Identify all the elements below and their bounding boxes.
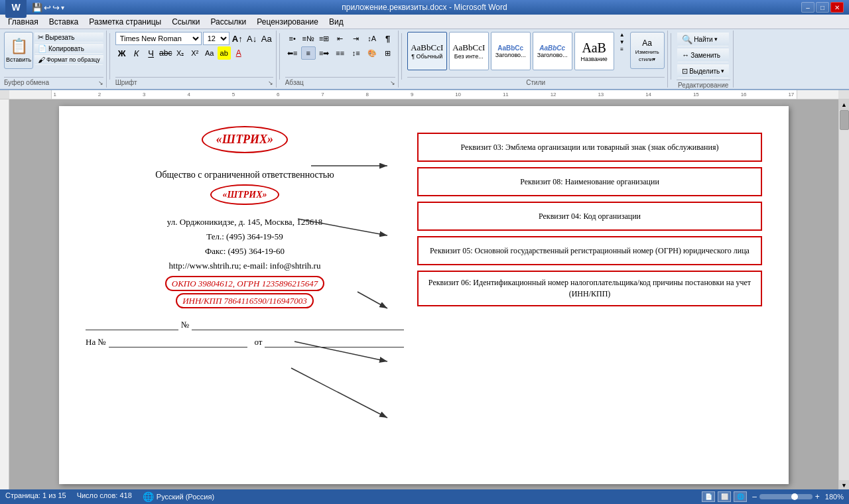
text-effect-button[interactable]: Аа (203, 46, 216, 60)
select-button[interactable]: ⊡ Выделить ▾ (677, 64, 729, 78)
menu-bar: Главная Вставка Разметка страницы Ссылки… (0, 15, 849, 29)
italic-button[interactable]: К (130, 46, 143, 60)
qa-undo[interactable]: ↩ (44, 3, 51, 13)
close-button[interactable]: ✕ (830, 2, 844, 13)
superscript-button[interactable]: X² (188, 46, 202, 60)
paste-button[interactable]: 📋 Вставить (4, 32, 33, 69)
font-label: Шрифт ↘ (115, 77, 273, 86)
align-left-button[interactable]: ⬅≡ (285, 46, 300, 60)
fullscreen-view-button[interactable]: ⬜ (718, 491, 731, 502)
number-line: № (86, 318, 404, 330)
menu-review[interactable]: Рецензирование (251, 15, 324, 29)
word-count: Число слов: 418 (77, 491, 132, 502)
show-marks-button[interactable]: ¶ (381, 32, 395, 45)
font-color-button[interactable]: А (232, 46, 245, 60)
bullets-button[interactable]: ≡• (285, 32, 300, 45)
ribbon: 📋 Вставить ✂ Вырезать 📄 Копировать 🖌 Фор… (0, 29, 849, 90)
ribbon-group-font: Times New Roman 12 A↑ A↓ Aa Ж К Ч abc X₂… (113, 31, 277, 88)
menu-view[interactable]: Вид (324, 15, 349, 29)
divider-4 (671, 33, 671, 80)
svg-line-5 (291, 368, 387, 418)
requisite-08-box: Реквизит 08: Наименование организации (417, 167, 762, 196)
menu-references[interactable]: Ссылки (166, 15, 205, 29)
menu-page-layout[interactable]: Разметка страницы (84, 15, 166, 29)
bold-button[interactable]: Ж (115, 46, 129, 60)
qa-save[interactable]: 💾 (32, 3, 42, 13)
cut-button[interactable]: ✂ Вырезать (34, 32, 103, 42)
align-center-button[interactable]: ≡ (301, 46, 316, 60)
style-heading1[interactable]: AaBbCc Заголово... (491, 32, 531, 70)
language-indicator[interactable]: 🌐 Русский (Россия) (143, 491, 214, 502)
doc-lines: № На № от (86, 318, 404, 347)
inn-kpp-circled: ИНН/КПП 7864116590/116947003 (176, 293, 314, 308)
clear-format-button[interactable]: Aa (260, 32, 273, 45)
title-bar-left: W 💾 ↩ ↪ ▾ (5, 0, 64, 18)
style-no-spacing[interactable]: AaBbCcI Без инте... (449, 32, 489, 70)
ribbon-group-clipboard: 📋 Вставить ✂ Вырезать 📄 Копировать 🖌 Фор… (1, 31, 107, 88)
font-name-select[interactable]: Times New Roman (115, 32, 202, 45)
zoom-controls: – + 180% (752, 492, 844, 501)
justify-button[interactable]: ≡≡ (333, 46, 348, 60)
editing-label: Редактирование (677, 80, 730, 89)
requisite-03-box: Реквизит 03: Эмблема организации или тов… (417, 133, 762, 162)
vertical-scrollbar[interactable]: ▲ ▼ (838, 99, 849, 491)
okpo-ogrn-circled: ОКПО 39804612, ОГРН 1235896215647 (165, 276, 324, 291)
requisite-04-box: Реквизит 04: Код организации (417, 202, 762, 231)
doc-content: «ШТРИХ» Общество с ограниченной ответств… (86, 126, 762, 353)
org-type-text: Общество с ограниченной ответственностью… (86, 168, 404, 205)
font-shrink-button[interactable]: A↓ (245, 32, 259, 45)
zoom-thumb (791, 493, 798, 500)
requisite-06-box: Реквизит 06: Идентификационный номер нал… (417, 271, 762, 306)
increase-indent-button[interactable]: ⇥ (349, 32, 363, 45)
qa-dropdown[interactable]: ▾ (61, 4, 64, 11)
stamp-oval: «ШТРИХ» (202, 126, 288, 153)
strikethrough-button[interactable]: abc (159, 46, 172, 60)
font-grow-button[interactable]: A↑ (231, 32, 244, 45)
menu-mailings[interactable]: Рассылки (205, 15, 251, 29)
copy-button[interactable]: 📄 Копировать (34, 43, 103, 54)
scroll-track[interactable] (839, 110, 849, 480)
clipboard-label: Буфер обмена ↘ (4, 77, 103, 86)
ref-line: На № от (86, 336, 404, 347)
sort-button[interactable]: ↕A (365, 32, 379, 45)
web-view-button[interactable]: 🌐 (734, 491, 747, 502)
document-page: «ШТРИХ» Общество с ограниченной ответств… (59, 106, 789, 484)
divider-1 (109, 33, 110, 80)
subscript-button[interactable]: X₂ (174, 46, 187, 60)
status-left: Страница: 1 из 15 Число слов: 418 🌐 Русс… (5, 491, 214, 502)
change-styles-button[interactable]: Аa Изменить стили▾ (630, 32, 665, 69)
minimize-button[interactable]: – (801, 2, 815, 13)
font-size-select[interactable]: 12 (203, 32, 229, 45)
decrease-indent-button[interactable]: ⇤ (333, 32, 348, 45)
style-normal[interactable]: AaBbCcI ¶ Обычный (407, 32, 447, 70)
numbering-button[interactable]: ≡№ (301, 32, 316, 45)
window-title: приложение.реквизиты.docx - Microsoft Wo… (342, 3, 507, 12)
horizontal-ruler: 123 456 789 101112 131415 1617 (0, 90, 849, 99)
styles-more-button[interactable]: ▲ ▼ ≡ (616, 32, 628, 52)
zoom-slider[interactable] (759, 494, 813, 499)
align-right-button[interactable]: ≡➡ (317, 46, 332, 60)
qa-redo[interactable]: ↪ (52, 3, 60, 13)
maximize-button[interactable]: □ (816, 2, 829, 13)
style-heading2[interactable]: AaBbCc Заголово... (533, 32, 572, 70)
borders-button[interactable]: ⊞ (381, 46, 395, 60)
zoom-level[interactable]: 180% (825, 493, 844, 501)
scroll-thumb[interactable] (840, 110, 849, 130)
underline-button[interactable]: Ч (145, 46, 158, 60)
line-spacing-button[interactable]: ↕≡ (349, 46, 363, 60)
shading-button[interactable]: 🎨 (365, 46, 379, 60)
find-button[interactable]: 🔍 Найти ▾ (677, 32, 729, 46)
scroll-up-arrow[interactable]: ▲ (839, 99, 850, 110)
status-right: 📄 ⬜ 🌐 – + 180% (702, 491, 844, 502)
highlight-button[interactable]: ab (218, 46, 231, 60)
status-bar: Страница: 1 из 15 Число слов: 418 🌐 Русс… (0, 489, 849, 504)
address-block: ул. Орджоникидзе, д. 145, Москва, 125618… (86, 215, 404, 308)
replace-button[interactable]: ↔ Заменить (677, 48, 729, 62)
format-brush-button[interactable]: 🖌 Формат по образцу (34, 54, 103, 65)
multilevel-button[interactable]: ≡⊞ (317, 32, 332, 45)
requisite-05-box: Реквизит 05: Основной государственный ре… (417, 236, 762, 265)
print-view-button[interactable]: 📄 (702, 491, 715, 502)
styles-label: Стили (407, 77, 665, 86)
style-title[interactable]: АаВ Название (574, 32, 614, 70)
document-canvas[interactable]: «ШТРИХ» Общество с ограниченной ответств… (9, 99, 838, 491)
